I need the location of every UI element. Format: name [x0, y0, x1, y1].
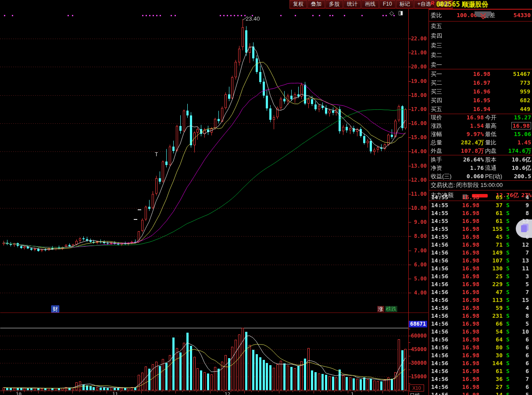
- tick-volume: 45: [477, 233, 503, 241]
- stat-label: PE(动): [485, 172, 502, 180]
- toolbar-button-标记[interactable]: 标记: [396, 0, 414, 8]
- time-axis-label: 12: [225, 391, 230, 395]
- tick-volume: 130: [477, 265, 503, 273]
- tick-row: 14:5616.9825S3: [429, 273, 532, 280]
- tick-direction: S: [506, 320, 510, 328]
- zhang-badge[interactable]: 涨: [377, 306, 384, 312]
- bangdie-badge[interactable]: 榜跌: [385, 306, 397, 312]
- tick-count: 6: [512, 383, 529, 391]
- stat-value: 15.06: [500, 130, 531, 138]
- quote-stats: 现价16.98今开15.27涨跌1.54最高16.98涨幅9.97%最低15.0…: [429, 113, 532, 155]
- panel-toggle-icon[interactable]: ◨: [398, 10, 403, 16]
- tick-time: 14:56: [431, 304, 448, 312]
- tick-count: 11: [512, 265, 529, 273]
- stat-value: 200.5: [500, 172, 531, 180]
- stat-value: 1.76: [446, 164, 484, 172]
- price-axis-label: 14.00: [411, 148, 427, 154]
- buy-row[interactable]: 买三16.96959: [429, 87, 532, 96]
- stat-row: 外盘107.8万内盘174.6万: [429, 147, 532, 155]
- tick-row: 14:5516.9865S4: [429, 194, 532, 201]
- buy-row[interactable]: 买五16.94449: [429, 105, 532, 114]
- price-axis-label: 18.00: [411, 92, 427, 98]
- stat-label: 净资: [431, 164, 442, 172]
- buy-label: 买一: [431, 70, 442, 79]
- toolbar-button-叠加[interactable]: 叠加: [307, 0, 325, 8]
- tick-price: 16.98: [449, 249, 479, 257]
- stat-label: 流通: [485, 164, 496, 172]
- sell-row[interactable]: 卖三: [429, 41, 532, 50]
- high-price-annotation: 23.40: [246, 15, 260, 22]
- tick-direction: S: [506, 209, 510, 217]
- toolbar-button-统计[interactable]: 统计: [343, 0, 361, 8]
- tick-direction: S: [506, 383, 510, 391]
- collapse-panel-button[interactable]: [475, 11, 491, 17]
- tick-time: 14:56: [431, 320, 448, 328]
- buy-volume: 449: [500, 105, 530, 114]
- tick-row: 14:5616.9836S7: [429, 375, 532, 383]
- sell-label: 卖四: [431, 31, 442, 41]
- tick-price: 16.98: [449, 257, 479, 265]
- tick-volume: 149: [477, 249, 503, 257]
- buy-row[interactable]: 买一16.9851467: [429, 70, 532, 79]
- diamond-icon[interactable]: ◇: [389, 10, 394, 16]
- toolbar-button-F10[interactable]: F10: [379, 0, 396, 8]
- finance-indicator-badge[interactable]: 财: [51, 305, 59, 312]
- tick-count: 6: [512, 359, 529, 367]
- buy-row[interactable]: 买二16.97773: [429, 79, 532, 87]
- price-axis-label: 10.00: [411, 205, 427, 211]
- stat-label: 内盘: [485, 147, 496, 155]
- tick-volume: 61: [477, 217, 503, 225]
- stat-value: 0.060: [446, 172, 484, 180]
- tick-row: 14:5616.9866S5: [429, 320, 532, 328]
- tick-count: 6: [512, 352, 529, 359]
- toolbar-button-复权[interactable]: 复权: [289, 0, 307, 8]
- tick-count: 6: [512, 336, 529, 344]
- tick-volume: 47: [477, 288, 503, 296]
- tick-time: 14:55: [431, 217, 448, 225]
- volume-axis-label: 45000: [411, 346, 427, 352]
- sell-row[interactable]: 卖二: [429, 50, 532, 60]
- tick-volume: 144: [477, 359, 503, 367]
- tick-price: 16.98: [449, 304, 479, 312]
- tick-direction: S: [506, 375, 510, 383]
- tick-count: 7: [512, 288, 529, 296]
- buy-row[interactable]: 买四16.95682: [429, 96, 532, 105]
- tick-count: 7: [512, 375, 529, 383]
- tick-price: 16.98: [449, 225, 479, 233]
- floating-tool-widget[interactable]: [516, 219, 532, 238]
- tick-price: 16.98: [449, 217, 479, 225]
- buy-volume: 682: [500, 96, 530, 105]
- price-axis-label: 11.00: [411, 191, 427, 197]
- volume-axis-label: 15000: [411, 373, 427, 380]
- tick-volume: 54: [477, 328, 503, 336]
- chart-region: 23.40 ◇ ◨ 财 涨 榜跌 68671 X10 日线 22.0021.00…: [0, 9, 428, 395]
- tick-price: 16.98: [449, 352, 479, 359]
- toolbar-button-多股[interactable]: 多股: [325, 0, 343, 8]
- volume-axis-label: 30000: [411, 360, 427, 366]
- stat-value: 9.97%: [446, 130, 484, 138]
- sell-row[interactable]: 卖一: [429, 60, 532, 70]
- tick-count: 6: [512, 344, 529, 352]
- buy-volume: 773: [500, 79, 530, 87]
- period-label[interactable]: 日线: [410, 392, 420, 395]
- tick-direction: S: [506, 359, 510, 367]
- tick-direction: S: [506, 194, 510, 201]
- stat-row: 总量282.4万量比1.45: [429, 138, 532, 147]
- tick-volume: 229: [477, 280, 503, 288]
- tick-volume: 71: [477, 241, 503, 249]
- tick-direction: S: [506, 265, 510, 273]
- tick-direction: S: [506, 241, 510, 249]
- tick-row: 14:5616.9847S7: [429, 288, 532, 296]
- buy-price: 16.95: [453, 96, 490, 105]
- tick-row: 14:5616.98144S6: [429, 359, 532, 367]
- toolbar-button-画线[interactable]: 画线: [361, 0, 379, 8]
- sell-row[interactable]: 卖五: [429, 22, 532, 31]
- time-axis-label: 1: [351, 391, 354, 395]
- price-axis-label: 8.00: [411, 233, 427, 239]
- sell-row[interactable]: 卖四: [429, 31, 532, 41]
- tick-count: 4: [512, 304, 529, 312]
- tick-time: 14:56: [431, 391, 448, 395]
- tick-direction: S: [506, 304, 510, 312]
- kline-chart-canvas[interactable]: [0, 9, 428, 395]
- tick-row: 14:5516.9861S8: [429, 209, 532, 217]
